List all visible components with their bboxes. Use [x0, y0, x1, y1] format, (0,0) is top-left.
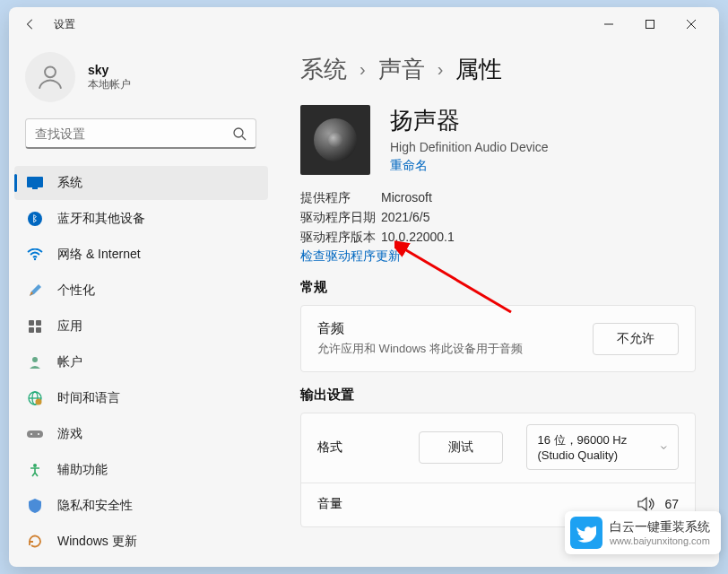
svg-point-3 [234, 128, 243, 137]
volume-icon[interactable] [637, 496, 655, 512]
rename-link[interactable]: 重命名 [390, 158, 549, 174]
search-input[interactable] [35, 126, 232, 141]
deny-button[interactable]: 不允许 [593, 323, 679, 355]
access-icon [27, 462, 43, 478]
nav-privacy[interactable]: 隐私和安全性 [14, 489, 268, 523]
format-value: 16 位，96000 Hz (Studio Quality) [538, 432, 660, 462]
audio-card: 音频 允许应用和 Windows 将此设备用于音频 不允许 [300, 305, 696, 372]
user-block[interactable]: sky 本地帐户 [9, 48, 273, 115]
svg-point-2 [45, 66, 56, 77]
svg-rect-6 [32, 187, 38, 189]
sidebar: sky 本地帐户 系统 蓝牙和其他设备 网络 & Internet 个性化 应用… [9, 41, 273, 567]
driver-info: 提供程序Microsoft 驱动程序日期2021/6/5 驱动程序版本10.0.… [300, 187, 696, 247]
svg-rect-1 [646, 21, 654, 29]
speaker-icon [300, 105, 370, 175]
nav-apps[interactable]: 应用 [14, 309, 268, 344]
system-icon [27, 175, 43, 191]
audio-title: 音频 [317, 320, 593, 337]
wifi-icon [27, 247, 43, 263]
svg-point-13 [32, 357, 38, 362]
driver-date-value: 2021/6/5 [381, 207, 430, 227]
globe-icon [27, 390, 43, 406]
titlebar: 设置 [9, 7, 719, 41]
svg-rect-5 [27, 177, 43, 187]
svg-rect-18 [27, 430, 43, 438]
nav-accounts[interactable]: 帐户 [14, 345, 268, 379]
breadcrumb-current: 属性 [455, 54, 502, 85]
device-header: 扬声器 High Definition Audio Device 重命名 [300, 105, 696, 175]
bluetooth-icon [27, 211, 43, 227]
nav-time-language[interactable]: 时间和语言 [14, 381, 268, 415]
breadcrumb: 系统 › 声音 › 属性 [300, 54, 696, 85]
svg-point-20 [38, 433, 39, 435]
breadcrumb-l2[interactable]: 声音 [378, 54, 425, 85]
format-label: 格式 [317, 439, 396, 456]
watermark-logo [570, 517, 602, 549]
driver-date-label: 驱动程序日期 [300, 207, 381, 227]
minimize-button[interactable] [588, 10, 629, 39]
device-subtitle: High Definition Audio Device [390, 140, 549, 154]
volume-label: 音量 [317, 496, 396, 512]
svg-point-8 [34, 258, 36, 260]
output-card: 格式 测试 16 位，96000 Hz (Studio Quality) 音量 … [300, 413, 696, 527]
shield-icon [27, 498, 43, 514]
svg-line-4 [242, 136, 246, 140]
brush-icon [27, 283, 43, 299]
user-name: sky [88, 63, 131, 77]
device-title: 扬声器 [390, 105, 549, 136]
driver-version-value: 10.0.22000.1 [381, 227, 455, 247]
volume-value: 67 [664, 497, 679, 511]
maximize-button[interactable] [629, 10, 671, 39]
nav-list: 系统 蓝牙和其他设备 网络 & Internet 个性化 应用 帐户 时间和语言… [9, 163, 273, 561]
svg-point-17 [36, 399, 42, 405]
back-button[interactable] [16, 10, 45, 39]
nav-accessibility[interactable]: 辅助功能 [14, 453, 268, 487]
update-icon [27, 534, 43, 550]
nav-system[interactable]: 系统 [14, 166, 268, 200]
provider-label: 提供程序 [300, 187, 381, 207]
watermark-url: www.baiyunxitong.com [610, 535, 710, 546]
svg-point-21 [33, 464, 37, 467]
nav-personalization[interactable]: 个性化 [14, 274, 268, 308]
svg-point-7 [28, 212, 42, 226]
driver-version-label: 驱动程序版本 [300, 227, 381, 247]
svg-rect-9 [29, 320, 34, 326]
watermark-text: 白云一键重装系统 [610, 519, 710, 535]
svg-rect-12 [36, 327, 41, 333]
content-pane: 系统 › 声音 › 属性 扬声器 High Definition Audio D… [273, 41, 719, 567]
audio-sub: 允许应用和 Windows 将此设备用于音频 [317, 341, 593, 357]
person-icon [27, 354, 43, 370]
nav-network[interactable]: 网络 & Internet [14, 238, 268, 272]
close-button[interactable] [671, 10, 712, 39]
svg-rect-11 [29, 327, 34, 333]
format-select[interactable]: 16 位，96000 Hz (Studio Quality) [526, 424, 680, 470]
apps-icon [27, 318, 43, 335]
nav-update[interactable]: Windows 更新 [14, 525, 268, 559]
user-sub: 本地帐户 [88, 77, 131, 92]
avatar [25, 52, 75, 102]
output-heading: 输出设置 [300, 387, 696, 404]
nav-bluetooth[interactable]: 蓝牙和其他设备 [14, 202, 268, 236]
chevron-right-icon: › [360, 59, 366, 80]
svg-rect-10 [36, 320, 41, 326]
nav-gaming[interactable]: 游戏 [14, 417, 268, 451]
window-title: 设置 [54, 17, 75, 32]
game-icon [27, 426, 43, 442]
breadcrumb-l1[interactable]: 系统 [300, 54, 347, 85]
svg-point-19 [30, 433, 32, 435]
search-icon [232, 126, 247, 141]
check-driver-link[interactable]: 检查驱动程序更新 [300, 248, 696, 265]
watermark: 白云一键重装系统 www.baiyunxitong.com [565, 511, 721, 554]
provider-value: Microsoft [381, 187, 432, 207]
chevron-right-icon: › [438, 59, 444, 80]
settings-window: 设置 sky 本地帐户 系统 [9, 7, 719, 567]
test-button[interactable]: 测试 [419, 431, 503, 464]
search-box[interactable] [25, 118, 256, 149]
chevron-down-icon [660, 442, 667, 453]
general-heading: 常规 [300, 279, 696, 296]
